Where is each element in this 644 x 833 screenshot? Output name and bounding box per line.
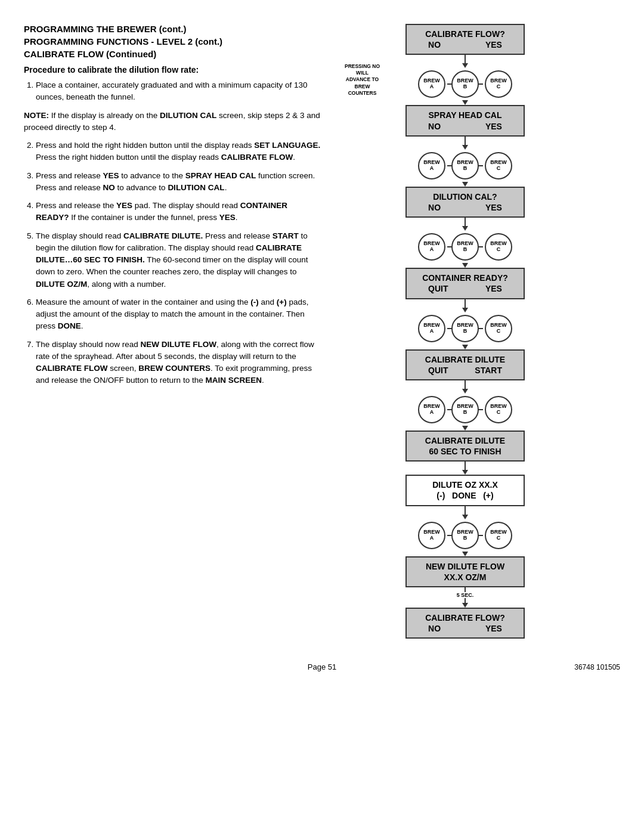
box-calibrate-flow-top: CALIBRATE FLOW? NO YES: [405, 24, 525, 55]
step-5: The display should read CALIBRATE DILUTE…: [36, 230, 322, 290]
heading1: PROGRAMMING THE BREWER (cont.): [24, 24, 322, 34]
step-7: The display should now read NEW DILUTE F…: [36, 339, 322, 387]
brew-btn-C-2[interactable]: BREWC: [485, 152, 512, 179]
brew-row-3: BREWA BREWB BREWC: [418, 233, 512, 261]
doc-number: 36748 101505: [574, 663, 620, 671]
brew-btn-A-2[interactable]: BREWA: [418, 152, 445, 179]
box-container-ready: CONTAINER READY? QUIT YES: [405, 268, 525, 299]
brew-section-3: BREWA BREWB BREWC: [418, 218, 512, 268]
brew-btn-A-1[interactable]: BREWA: [418, 70, 445, 98]
brew-row-6: BREWA BREWB BREWC: [418, 522, 512, 549]
box-calibrate-dilute-2: CALIBRATE DILUTE 60 SEC TO FINISH: [405, 431, 525, 462]
page-footer: Page 51 36748 101505: [24, 662, 620, 671]
brew-btn-B-3[interactable]: BREWB: [451, 233, 479, 261]
brew-btn-B-5[interactable]: BREWB: [451, 396, 479, 423]
brew-section-6: BREWA BREWB BREWC: [418, 506, 512, 556]
brew-btn-C-6[interactable]: BREWC: [485, 522, 512, 549]
brew-btn-B-1[interactable]: BREWB: [451, 70, 479, 98]
left-column: PROGRAMMING THE BREWER (cont.) PROGRAMMI…: [24, 24, 334, 639]
box-calibrate-flow-bottom: CALIBRATE FLOW? NO YES: [405, 608, 525, 639]
brew-section-5: BREWA BREWB BREWC: [418, 380, 512, 431]
brew-btn-A-3[interactable]: BREWA: [418, 233, 445, 261]
pressing-no-label: PRESSING NO WILLADVANCE TOBREW COUNTERS: [340, 64, 385, 97]
step-2: Press and hold the right hidden button u…: [36, 140, 322, 164]
step-3: Press and release YES to advance to the …: [36, 170, 322, 194]
box-new-dilute-flow: NEW DILUTE FLOW XX.X OZ/M: [405, 556, 525, 587]
five-sec-label: 5 SEC.: [457, 592, 474, 598]
box-dilution-cal: DILUTION CAL? NO YES: [405, 187, 525, 218]
brew-section-2: BREWA BREWB BREWC: [418, 137, 512, 187]
brew-row-5: BREWA BREWB BREWC: [418, 396, 512, 423]
step-4: Press and release the YES pad. The displ…: [36, 200, 322, 224]
brew-row-wrapper-1: PRESSING NO WILLADVANCE TOBREW COUNTERS …: [334, 55, 596, 105]
box-spray-head-cal: SPRAY HEAD CAL NO YES: [405, 105, 525, 136]
brew-btn-C-5[interactable]: BREWC: [485, 396, 512, 423]
brew-btn-A-4[interactable]: BREWA: [418, 315, 445, 342]
note-block: NOTE: If the display is already on the D…: [24, 110, 322, 134]
heading3: CALIBRATE FLOW (Continued): [24, 49, 322, 59]
brew-btn-C-1[interactable]: BREWC: [485, 70, 512, 98]
box-calibrate-dilute-1: CALIBRATE DILUTE QUIT START: [405, 349, 525, 380]
brew-btn-B-4[interactable]: BREWB: [451, 315, 479, 342]
page-number: Page 51: [24, 662, 620, 671]
box-dilute-oz: DILUTE OZ XX.X (-) DONE (+): [405, 475, 525, 506]
brew-btn-A-6[interactable]: BREWA: [418, 522, 445, 549]
brew-row-1: BREWA BREWB BREWC: [418, 70, 512, 98]
right-column: CALIBRATE FLOW? NO YES PRESSING NO WILLA…: [334, 24, 596, 639]
brew-row-4: BREWA BREWB BREWC: [418, 315, 512, 342]
brew-btn-C-3[interactable]: BREWC: [485, 233, 512, 261]
step-list-2: Press and hold the right hidden button u…: [24, 140, 322, 387]
arrow-down-6: [462, 462, 468, 475]
brew-row-2: BREWA BREWB BREWC: [418, 152, 512, 179]
step-1: Place a container, accurately graduated …: [36, 79, 322, 104]
procedure-title: Procedure to calibrate the dilution flow…: [24, 65, 322, 75]
heading2: PROGRAMMING FUNCTIONS - LEVEL 2 (cont.): [24, 36, 322, 47]
five-sec-section: 5 SEC.: [457, 587, 474, 608]
page-container: PROGRAMMING THE BREWER (cont.) PROGRAMMI…: [24, 24, 620, 639]
brew-btn-C-4[interactable]: BREWC: [485, 315, 512, 342]
step-list: Place a container, accurately graduated …: [24, 79, 322, 104]
step-6: Measure the amount of water in the conta…: [36, 296, 322, 333]
brew-btn-B-2[interactable]: BREWB: [451, 152, 479, 179]
brew-btn-A-5[interactable]: BREWA: [418, 396, 445, 423]
brew-btn-B-6[interactable]: BREWB: [451, 522, 479, 549]
brew-section-4: BREWA BREWB BREWC: [418, 299, 512, 349]
